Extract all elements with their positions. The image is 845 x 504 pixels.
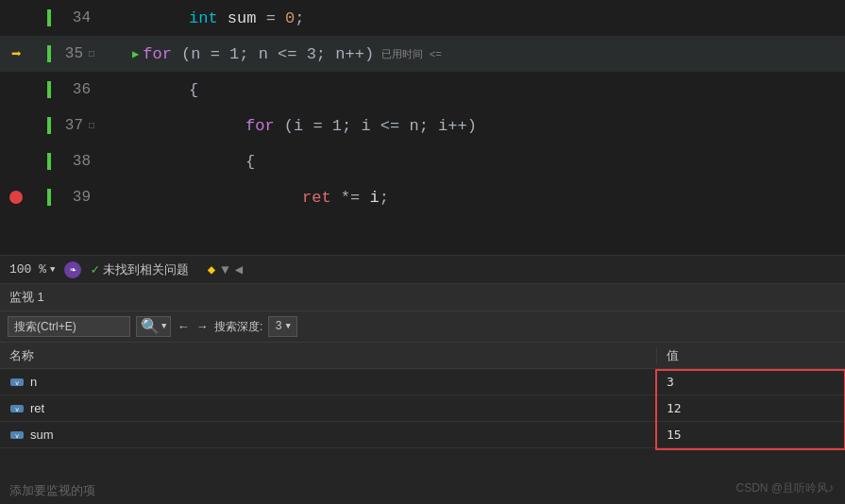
line-number-37: 37 — [55, 117, 83, 134]
row-value-ret: 12 — [656, 401, 845, 415]
line-number-39: 39 — [62, 189, 91, 206]
code-content-34: int sum = 0 ; — [104, 9, 845, 27]
num-0: 0 — [285, 9, 295, 27]
row-name-sum: v sum — [0, 428, 656, 443]
code-lines: 34 int sum = 0 ; ➡ 35 □ ▶ for (n — [0, 0, 845, 255]
watermark: CSDN @且听吟风♪ — [735, 480, 834, 496]
code-line-34: 34 int sum = 0 ; — [0, 0, 845, 36]
depth-label: 搜索深度: — [214, 319, 262, 335]
line-number-38: 38 — [62, 153, 91, 170]
green-bar-39 — [47, 189, 51, 206]
row-name-text-ret: ret — [30, 401, 44, 415]
code-editor: 34 int sum = 0 ; ➡ 35 □ ▶ for (n — [0, 0, 845, 255]
green-bar-37 — [47, 117, 51, 134]
gutter-36: 36 — [0, 81, 104, 98]
gutter-35: ➡ 35 □ — [0, 45, 104, 62]
svg-text:v: v — [15, 432, 19, 440]
nav-forward-btn[interactable]: → — [195, 320, 209, 334]
depth-value-dropdown[interactable]: 3 ▼ — [268, 316, 297, 337]
zoom-control[interactable]: 100 % ▼ — [9, 262, 55, 277]
nav-icons: ◆ ▼ ◀ — [208, 261, 243, 277]
var-icon-n: v — [9, 375, 25, 390]
search-dropdown-arrow: ▼ — [161, 322, 166, 331]
watch-table: 名称 值 v n 3 v — [0, 343, 845, 504]
gutter-38: 38 — [0, 153, 104, 170]
row-name-text-sum: sum — [30, 428, 54, 442]
watch-rows: v n 3 v ret 12 — [0, 369, 845, 478]
arrow-indicator: ➡ — [11, 43, 22, 64]
watch-toolbar: 搜索(Ctrl+E) 🔍 ▼ ← → 搜索深度: 3 ▼ — [0, 311, 845, 343]
depth-value-text: 3 — [275, 320, 281, 333]
search-dropdown[interactable]: 🔍 ▼ — [136, 316, 171, 337]
watch-title-text: 监视 1 — [9, 289, 44, 306]
watch-panel: 监视 1 搜索(Ctrl+E) 🔍 ▼ ← → 搜索深度: 3 ▼ 名称 值 — [0, 283, 845, 504]
nav-back-btn[interactable]: ← — [177, 320, 190, 334]
green-bar-36 — [47, 81, 51, 98]
green-bar — [47, 9, 51, 26]
row-name-n: v n — [0, 375, 656, 390]
status-icon-symbol: ❧ — [70, 263, 76, 276]
code-line-38: 38 { — [0, 143, 845, 179]
semicolon: ; — [295, 9, 304, 27]
watermark-text: CSDN @且听吟风♪ — [735, 481, 834, 495]
code-content-36: { — [104, 81, 845, 99]
watch-row-n: v n 3 — [0, 369, 845, 395]
gutter-37: 37 □ — [0, 117, 104, 134]
var-icon-sum: v — [9, 428, 25, 443]
search-icon: 🔍 — [141, 317, 160, 336]
collapse-icon-37[interactable]: □ — [89, 121, 94, 131]
row-name-text-n: n — [30, 375, 37, 389]
status-bar: 100 % ▼ ❧ ✓ 未找到相关问题 ◆ ▼ ◀ — [0, 255, 845, 283]
code-line-35: ➡ 35 □ ▶ for (n = 1; n <= 3; n++) 已用时间 <… — [0, 36, 845, 72]
dropdown-arrow-nav[interactable]: ▼ — [221, 262, 228, 277]
gutter-34: 34 — [0, 9, 104, 26]
gutter-39: 39 — [0, 189, 104, 206]
zoom-dropdown-icon: ▼ — [50, 265, 55, 275]
for-paren-37: (i = 1; i <= n; i++) — [275, 117, 477, 135]
watch-row-sum: v sum 15 — [0, 422, 845, 448]
col-header-name: 名称 — [0, 347, 656, 364]
svg-text:v: v — [15, 379, 19, 387]
watch-row-ret: v ret 12 — [0, 395, 845, 422]
add-watch[interactable]: 添加要监视的项 — [0, 478, 845, 504]
code-content-39: ret *= i ; — [104, 189, 845, 207]
search-box[interactable]: 搜索(Ctrl+E) — [8, 316, 130, 337]
for-paren-35: (n = 1; n <= 3; n++) — [172, 45, 374, 63]
brace-open-36: { — [189, 81, 198, 99]
code-line-37: 37 □ for (i = 1; i <= n; i++) — [0, 108, 845, 143]
depth-dropdown-arrow: ▼ — [286, 322, 291, 331]
col-header-value: 值 — [656, 347, 845, 364]
nav-arrow-left[interactable]: ◀ — [235, 261, 243, 277]
time-badge: 已用时间 <= — [381, 47, 442, 61]
keyword-for-37: for — [245, 117, 275, 135]
line-number-35: 35 — [55, 45, 83, 62]
status-ok: ✓ 未找到相关问题 — [91, 261, 188, 278]
line-number-36: 36 — [62, 81, 91, 98]
svg-text:v: v — [15, 406, 19, 413]
watch-header: 名称 值 — [0, 343, 845, 369]
breakpoint-39[interactable] — [9, 191, 23, 204]
keyword-for-35: for — [143, 45, 172, 63]
collapse-icon-35[interactable]: □ — [89, 49, 94, 59]
row-value-n: 3 — [656, 375, 845, 389]
var-icon-ret: v — [9, 401, 25, 416]
op-multeq: *= — [331, 189, 370, 207]
op-eq: = — [266, 9, 276, 27]
ret-var: ret — [302, 189, 331, 207]
status-icon-purple: ❧ — [64, 261, 81, 278]
space — [276, 9, 285, 27]
keyword-int: int — [189, 9, 218, 27]
green-bar-35 — [47, 45, 51, 62]
row-value-sum: 15 — [656, 428, 845, 442]
var-sum: sum — [218, 9, 266, 27]
add-watch-label: 添加要监视的项 — [9, 482, 95, 499]
brace-open-38: { — [245, 153, 255, 171]
var-i: i — [369, 189, 379, 207]
zoom-text: 100 % — [9, 262, 46, 277]
code-content-37: for (i = 1; i <= n; i++) — [104, 117, 845, 135]
line-number-34: 34 — [62, 9, 91, 26]
search-placeholder: 搜索(Ctrl+E) — [14, 319, 76, 335]
row-name-ret: v ret — [0, 401, 656, 416]
play-icon-35: ▶ — [132, 47, 139, 61]
green-bar-38 — [47, 153, 51, 170]
